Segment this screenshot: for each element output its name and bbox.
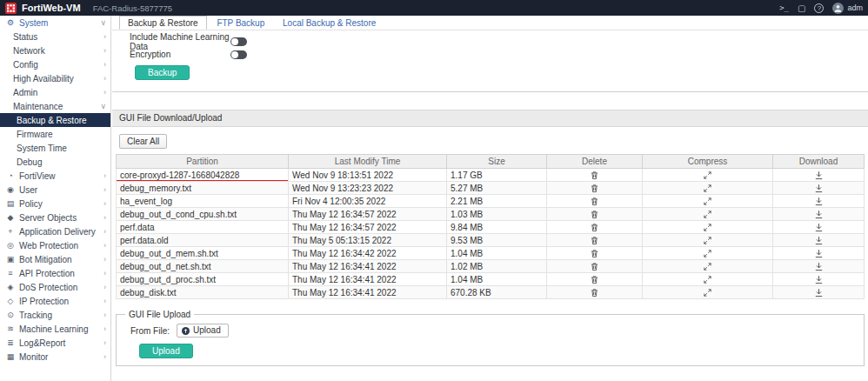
sidebar-item-web-protection[interactable]: ◎ Web Protection › [0,238,110,252]
compress-icon[interactable] [703,288,712,297]
compress-icon[interactable] [703,210,712,219]
chevron-right-icon: › [103,311,106,319]
download-icon[interactable] [814,170,824,180]
delete-icon[interactable] [590,262,599,271]
partition-cell: debug_out_d_cond_cpu.sh.txt [117,208,289,221]
file-table-header-row: PartitionLast Modify TimeSizeDeleteCompr… [117,155,865,169]
delete-icon[interactable] [590,288,599,297]
table-row: core-proxyd-1287-1668042828 Wed Nov 9 18… [117,169,865,182]
size-cell: 1.04 MB [447,273,547,286]
sidebar-item-policy[interactable]: ▤ Policy › [0,197,110,211]
download-icon[interactable] [814,288,824,297]
tab-backup-restore[interactable]: Backup & Restore [119,16,207,30]
compress-icon[interactable] [703,262,712,271]
sidebar-item-label: Network [13,46,45,56]
sidebar-item-log-report[interactable]: ≣ Log&Report › [0,336,110,350]
sidebar-item-status[interactable]: Status › [0,30,110,43]
top-bar: FortiWeb-VM FAC-Radius-5877775 >_ ▢ ? ad… [0,0,868,16]
download-icon[interactable] [814,262,824,271]
sidebar-item-maintenance[interactable]: Maintenance ∨ [0,99,110,113]
sidebar-item-firmware[interactable]: Firmware [0,127,110,141]
sidebar-item-system[interactable]: ⚙ System ∨ [0,16,110,30]
from-file-label: From File: [130,326,170,336]
download-icon[interactable] [814,210,824,219]
download-icon[interactable] [814,275,824,284]
delete-icon[interactable] [590,210,599,219]
sidebar-item-admin[interactable]: Admin › [0,85,110,99]
chevron-right-icon: › [103,214,106,222]
api-protection-icon: ≡ [5,269,16,277]
delete-icon[interactable] [590,170,599,180]
sidebar-item-tracking[interactable]: ⊙ Tracking › [0,308,110,322]
sidebar-item-label: User [19,185,37,195]
delete-icon[interactable] [590,275,599,284]
delete-icon[interactable] [590,223,599,232]
sidebar-item-user[interactable]: ◉ User › [0,183,110,197]
partition-cell: debug_disk.txt [117,286,289,299]
cli-console-icon[interactable]: >_ [779,3,789,12]
clear-all-button[interactable]: Clear All [119,134,167,149]
compress-icon[interactable] [703,236,712,245]
download-icon[interactable] [814,236,824,245]
delete-icon[interactable] [590,249,599,258]
gui-file-section-title: GUI File Download/Upload [112,110,868,127]
compress-icon[interactable] [703,275,712,284]
sidebar-item-fortiview[interactable]: ◔ FortiView › [0,169,110,183]
table-row: debug_disk.txt Thu May 12 16:34:41 2022 … [117,286,865,299]
tab-local-backup-restore[interactable]: Local Backup & Restore [275,17,384,29]
sidebar-item-server-objects[interactable]: ◆ Server Objects › [0,211,110,224]
encryption-label: Encryption [130,50,230,59]
sidebar-item-config[interactable]: Config › [0,57,110,71]
sidebar-item-api-protection[interactable]: ≡ API Protection › [0,266,110,280]
chevron-right-icon: › [103,256,106,264]
sidebar-item-ip-protection[interactable]: ◇ IP Protection › [0,294,110,308]
username-label: adm [847,3,863,12]
chevron-right-icon: › [103,186,106,194]
sidebar-item-application-delivery[interactable]: + Application Delivery › [0,224,110,238]
choose-file-button[interactable]: Upload [177,324,229,338]
sidebar-item-debug[interactable]: Debug [0,155,110,169]
sidebar-item-high-availability[interactable]: High Availability › [0,71,110,85]
encryption-toggle[interactable] [230,50,247,59]
sidebar-item-monitor[interactable]: ▦ Monitor › [0,350,110,364]
sidebar-item-label: IP Protection [19,297,69,306]
compress-icon[interactable] [703,184,712,193]
product-title: FortiWeb-VM [22,3,81,13]
sidebar-item-network[interactable]: Network › [0,43,110,57]
encryption-row: Encryption [130,48,868,61]
chevron-right-icon: › [103,172,106,180]
sidebar-item-label: System [19,18,48,28]
ip-protection-icon: ◇ [5,297,16,305]
sidebar-item-label: Maintenance [13,102,63,111]
from-file-row: From File: Upload [124,321,857,338]
compress-icon[interactable] [703,223,712,232]
main-content: Backup & Restore FTP Backup Local Backup… [112,16,868,381]
compress-icon[interactable] [703,197,712,206]
include-ml-toggle[interactable] [230,37,247,46]
chevron-right-icon: › [103,47,106,55]
sidebar-item-backup-restore[interactable]: Backup & Restore [0,113,110,127]
compress-icon[interactable] [703,170,712,180]
delete-icon[interactable] [590,197,599,206]
sidebar-item-label: Firmware [17,130,53,139]
user-avatar[interactable] [832,3,844,14]
delete-icon[interactable] [590,184,599,193]
help-icon[interactable]: ? [814,3,824,13]
sidebar-item-dos-protection[interactable]: ◈ DoS Protection › [0,280,110,294]
upload-button[interactable]: Upload [139,344,193,358]
sidebar-item-label: Web Protection [19,241,78,251]
sidebar-item-machine-learning[interactable]: ≋ Machine Learning › [0,322,110,336]
tab-ftp-backup[interactable]: FTP Backup [209,17,272,29]
download-icon[interactable] [814,184,824,193]
backup-button[interactable]: Backup [135,65,190,80]
sidebar-item-bot-mitigation[interactable]: ▣ Bot Mitigation › [0,252,110,266]
sidebar-item-system-time[interactable]: System Time [0,141,110,155]
server-objects-icon: ◆ [5,213,16,222]
download-icon[interactable] [814,249,824,258]
size-cell: 670.28 KB [447,286,547,299]
delete-icon[interactable] [590,236,599,245]
compress-icon[interactable] [703,249,712,258]
download-icon[interactable] [814,223,824,232]
download-icon[interactable] [814,197,824,206]
fullscreen-icon[interactable]: ▢ [798,3,805,13]
